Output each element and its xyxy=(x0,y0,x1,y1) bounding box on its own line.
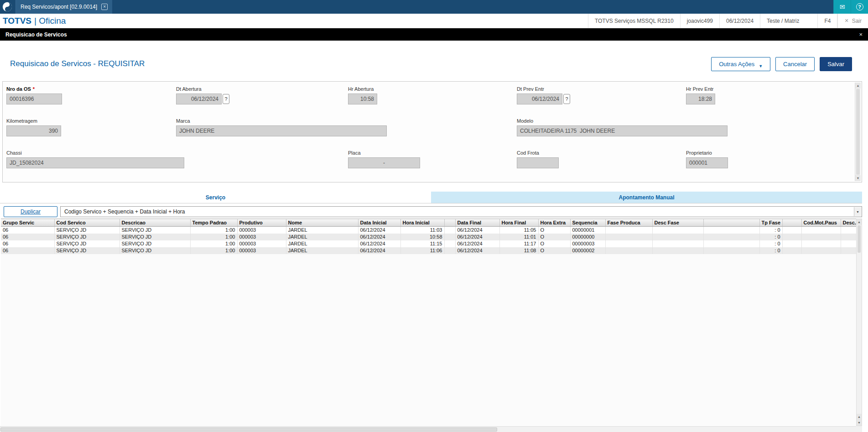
grid-horizontal-scrollbar[interactable] xyxy=(0,426,856,432)
column-header-fase_produca[interactable]: Fase Produca xyxy=(605,219,652,227)
dt-abertura-help-button[interactable]: ? xyxy=(223,94,229,104)
proprietario-input[interactable] xyxy=(686,157,728,168)
column-header-sequencia[interactable]: Sequencia xyxy=(570,219,605,227)
cell-gap3 xyxy=(782,227,801,234)
cell-hora_inicial: 11:06 xyxy=(400,247,444,254)
column-header-desc_mo[interactable]: Desc.Mo... xyxy=(841,219,856,227)
help-button[interactable]: ? xyxy=(851,0,868,14)
hr-prev-entr-input[interactable] xyxy=(686,94,715,104)
window-close-icon[interactable]: × xyxy=(859,31,863,38)
cell-hora_extra: O xyxy=(538,234,570,240)
cell-sequencia: 00000001 xyxy=(570,227,605,234)
column-header-cod_mot_paus[interactable]: Cod.Mot.Paus xyxy=(801,219,841,227)
cell-sequencia: 00000003 xyxy=(570,240,605,247)
chevron-down-icon: ▼ xyxy=(759,64,763,68)
cell-produtivo: 000003 xyxy=(237,247,286,254)
table-row[interactable]: 06SERVIÇO JDSERVIÇO JD1:00000003JARDEL06… xyxy=(1,234,856,240)
scroll-down-icon[interactable]: ▼ xyxy=(855,175,861,181)
form-panel-scrollbar[interactable]: ▲ ▼ xyxy=(855,83,861,181)
chassi-input[interactable] xyxy=(6,157,184,168)
column-header-tp_fase[interactable]: Tp Fase xyxy=(759,219,782,227)
cell-gap2 xyxy=(703,227,759,234)
cell-sequencia: 00000002 xyxy=(570,247,605,254)
column-header-nome[interactable]: Nome xyxy=(286,219,358,227)
scrollbar-thumb[interactable] xyxy=(856,89,860,175)
outras-acoes-button[interactable]: Outras Ações ▼ xyxy=(711,57,770,71)
brand-name: TOTVS xyxy=(3,16,31,26)
column-header-hora_inicial[interactable]: Hora Inicial xyxy=(400,219,444,227)
grid-scroll-up2-icon[interactable]: ▲ xyxy=(857,414,862,420)
column-header-hora_extra[interactable]: Hora Extra xyxy=(538,219,570,227)
placa-input[interactable] xyxy=(348,157,420,168)
nro-os-label: Nro da OS* xyxy=(6,86,62,92)
required-mark: * xyxy=(33,86,35,92)
window-tab-label: Req Servicos/apont [02.9.0014] xyxy=(21,4,97,10)
app-topbar: Req Servicos/apont [02.9.0014] × ✉ ? xyxy=(0,0,868,14)
grid-scroll-down-icon[interactable]: ▼ xyxy=(857,420,862,426)
cell-cod_servico: SERVIÇO JD xyxy=(54,240,120,247)
column-header-hora_final[interactable]: Hora Final xyxy=(499,219,538,227)
grid-toolbar: Duplicar Codigo Servico + Sequencia + Da… xyxy=(4,206,862,217)
logout-button[interactable]: ✕ Sair xyxy=(837,14,868,28)
cell-data_final: 06/12/2024 xyxy=(455,240,499,247)
combo-dropdown-icon[interactable]: ▼ xyxy=(854,207,861,216)
column-header-data_final[interactable]: Data Final xyxy=(455,219,499,227)
grid-scrollbar-thumb[interactable] xyxy=(858,225,861,253)
cell-gap3 xyxy=(782,234,801,240)
cell-hora_extra: O xyxy=(538,240,570,247)
duplicar-button[interactable]: Duplicar xyxy=(4,206,57,217)
branch-selector[interactable]: Teste / Matriz xyxy=(760,14,806,28)
tab-close-icon[interactable]: × xyxy=(101,4,108,10)
f4-button[interactable]: F4 xyxy=(817,14,837,28)
cell-gap2 xyxy=(703,234,759,240)
chassi-label: Chassi xyxy=(6,150,184,156)
column-header-data_inicial[interactable]: Data Inicial xyxy=(358,219,400,227)
window-tab[interactable]: Req Servicos/apont [02.9.0014] × xyxy=(16,0,112,14)
tab-apontamento-manual[interactable]: Apontamento Manual xyxy=(431,192,862,203)
column-header-grupo_servic[interactable]: Grupo Servic xyxy=(1,219,54,227)
cell-hora_final: 11:05 xyxy=(499,227,538,234)
grid-hscrollbar-thumb[interactable] xyxy=(0,427,497,432)
grid-vertical-scrollbar[interactable]: ▲ ▲ ▼ xyxy=(856,219,862,426)
dt-prev-entr-input[interactable] xyxy=(517,94,562,104)
modelo-input[interactable] xyxy=(517,125,728,136)
cell-cod_servico: SERVIÇO JD xyxy=(54,234,120,240)
grid-order-combo[interactable]: Codigo Servico + Sequencia + Data Inicia… xyxy=(60,206,862,217)
cell-produtivo: 000003 xyxy=(237,240,286,247)
column-header-tempo_padrao[interactable]: Tempo Padrao xyxy=(190,219,237,227)
cod-frota-input[interactable] xyxy=(517,157,559,168)
column-header-descricao[interactable]: Descricao xyxy=(120,219,190,227)
user-name: joaovic499 xyxy=(680,14,719,28)
marca-input[interactable] xyxy=(176,125,387,136)
salvar-button[interactable]: Salvar xyxy=(820,57,852,71)
cancelar-button[interactable]: Cancelar xyxy=(775,57,815,71)
column-header-desc_fase[interactable]: Desc Fase xyxy=(652,219,703,227)
cell-cod_mot_paus xyxy=(801,247,841,254)
table-row[interactable]: 06SERVIÇO JDSERVIÇO JD1:00000003JARDEL06… xyxy=(1,227,856,234)
cell-cod_mot_paus xyxy=(801,234,841,240)
column-header-gap3[interactable] xyxy=(782,219,801,227)
logout-label: Sair xyxy=(852,18,862,24)
column-header-gap2[interactable] xyxy=(703,219,759,227)
table-row[interactable]: 06SERVIÇO JDSERVIÇO JD1:00000003JARDEL06… xyxy=(1,247,856,254)
dt-abertura-input[interactable] xyxy=(176,94,222,104)
table-row[interactable]: 06SERVIÇO JDSERVIÇO JD1:00000003JARDEL06… xyxy=(1,240,856,247)
grid-scroll-up-icon[interactable]: ▲ xyxy=(857,219,862,225)
hr-abertura-input[interactable] xyxy=(348,94,377,104)
field-dt-prev-entr: Dt Prev Entr ? xyxy=(517,86,570,104)
tab-servico[interactable]: Serviço xyxy=(0,192,431,203)
cell-fase_produca xyxy=(605,227,652,234)
column-header-gap1[interactable] xyxy=(444,219,455,227)
dt-prev-entr-help-button[interactable]: ? xyxy=(563,94,570,104)
cell-data_final: 06/12/2024 xyxy=(455,247,499,254)
form-panel: Nro da OS* Dt Abertura ? Hr Abertura Dt … xyxy=(2,81,862,182)
kilometragem-input[interactable] xyxy=(6,125,61,136)
mail-button[interactable]: ✉ xyxy=(833,0,851,14)
nro-os-input[interactable] xyxy=(6,94,62,104)
mail-icon: ✉ xyxy=(840,3,845,10)
field-hr-abertura: Hr Abertura xyxy=(348,86,377,104)
column-header-cod_servico[interactable]: Cod Servico xyxy=(54,219,120,227)
column-header-produtivo[interactable]: Produtivo xyxy=(237,219,286,227)
scroll-up-icon[interactable]: ▲ xyxy=(855,83,861,88)
menubar: TOTVS | Oficina TOTVS Serviços MSSQL R23… xyxy=(0,14,868,28)
